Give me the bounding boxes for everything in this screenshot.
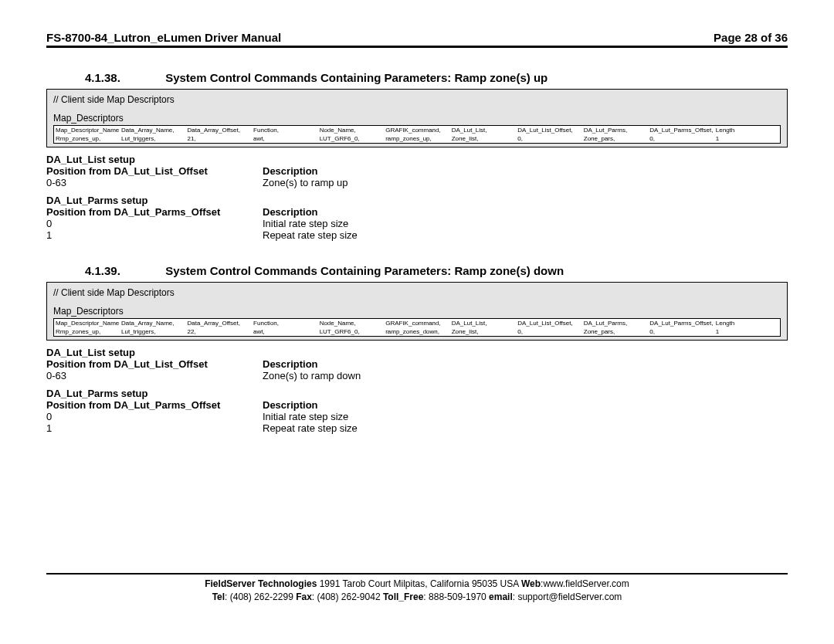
md-col: Data_Array_Offset, xyxy=(186,319,253,328)
md-col: Data_Array_Name, xyxy=(120,319,186,328)
section-number: 4.1.39. xyxy=(85,264,162,277)
md-col: DA_Lut_List, xyxy=(450,319,517,328)
md-cell: LUT_GRF6_0, xyxy=(318,327,385,337)
md-cell: 21, xyxy=(186,134,253,144)
footer-web-label: Web xyxy=(521,578,541,589)
footer-company: FieldServer Technologies xyxy=(205,578,317,589)
md-col: Map_Descriptor_Name, xyxy=(54,126,120,135)
md-col: DA_Lut_List_Offset, xyxy=(516,319,582,328)
md-col: Node_Name, xyxy=(318,319,385,328)
cell: Zone(s) to ramp down xyxy=(263,370,788,381)
setup-title: DA_Lut_Parms setup xyxy=(46,388,788,399)
cell: Repeat rate step size xyxy=(263,229,788,241)
md-cell: Zone_pars, xyxy=(582,327,649,337)
md-col: DA_Lut_List_Offset, xyxy=(516,126,582,135)
lut-list-setup-1: DA_Lut_List setup Position from DA_Lut_L… xyxy=(46,154,788,188)
md-cell: LUT_GRF6_0, xyxy=(318,134,385,144)
footer-tel: : (408) 262-2299 xyxy=(225,591,296,602)
footer-rule xyxy=(46,573,788,575)
md-cell: Zone_list, xyxy=(450,327,517,337)
md-col: DA_Lut_Parms, xyxy=(582,319,649,328)
cell: Initial rate step size xyxy=(263,218,788,229)
md-col: GRAFIK_command, xyxy=(384,126,450,135)
column-header: Position from DA_Lut_List_Offset xyxy=(46,165,263,177)
md-cell: 0, xyxy=(648,327,714,337)
lut-parms-setup-1: DA_Lut_Parms setup Position from DA_Lut_… xyxy=(46,195,788,241)
page-number: Page 28 of 36 xyxy=(714,31,788,44)
footer-address: 1991 Tarob Court Milpitas, California 95… xyxy=(317,578,521,589)
md-cell: Rmp_zones_up, xyxy=(54,327,120,337)
cell: 0 xyxy=(46,218,263,229)
cell: Initial rate step size xyxy=(263,411,788,422)
md-col: DA_Lut_Parms, xyxy=(582,126,649,135)
md-col: Data_Array_Offset, xyxy=(186,126,253,135)
md-col: Length xyxy=(714,319,781,328)
cell: Zone(s) to ramp up xyxy=(263,177,788,188)
md-cell: 1 xyxy=(714,327,781,337)
md-cell: 0, xyxy=(516,134,582,144)
column-header: Position from DA_Lut_Parms_Offset xyxy=(46,399,263,411)
column-header: Description xyxy=(263,399,788,411)
footer-fax-label: Fax xyxy=(296,591,312,602)
md-cell: Lut_triggers, xyxy=(120,327,186,337)
footer-web: :www.fieldServer.com xyxy=(541,578,629,589)
cell: 1 xyxy=(46,229,263,241)
md-cell: awt, xyxy=(252,327,318,337)
footer-tollfree: : 888-509-1970 xyxy=(423,591,489,602)
md-col: DA_Lut_Parms_Offset, xyxy=(648,126,714,135)
md-cell: awt, xyxy=(252,134,318,144)
md-cell: 0, xyxy=(516,327,582,337)
md-col: GRAFIK_command, xyxy=(384,319,450,328)
cell: 0-63 xyxy=(46,370,263,381)
lut-list-setup-2: DA_Lut_List setup Position from DA_Lut_L… xyxy=(46,347,788,381)
footer-email: : support@fieldServer.com xyxy=(513,591,622,602)
md-col: DA_Lut_Parms_Offset, xyxy=(648,319,714,328)
map-descriptor-table-1: Map_Descriptor_Name, Data_Array_Name, Da… xyxy=(53,125,781,144)
footer-tel-label: Tel xyxy=(212,591,225,602)
page-header: FS-8700-84_Lutron_eLumen Driver Manual P… xyxy=(46,31,788,48)
md-cell: ramp_zones_down, xyxy=(384,327,450,337)
md-cell: Lut_triggers, xyxy=(120,134,186,144)
section-number: 4.1.38. xyxy=(85,71,162,84)
setup-title: DA_Lut_List setup xyxy=(46,347,788,358)
column-header: Position from DA_Lut_Parms_Offset xyxy=(46,206,263,218)
map-descriptors-box-2: // Client side Map Descriptors Map_Descr… xyxy=(46,282,788,341)
setup-title: DA_Lut_List setup xyxy=(46,154,788,165)
setup-title: DA_Lut_Parms setup xyxy=(46,195,788,206)
md-col: Length xyxy=(714,126,781,135)
cell: Repeat rate step size xyxy=(263,422,788,434)
md-cell: ramp_zones_up, xyxy=(384,134,450,144)
footer-tollfree-label: Toll_Free xyxy=(383,591,423,602)
section-heading-4-1-39: 4.1.39. System Control Commands Containi… xyxy=(85,264,788,277)
box-subhead: Map_Descriptors xyxy=(53,113,781,124)
box-comment: // Client side Map Descriptors xyxy=(53,287,781,298)
cell: 1 xyxy=(46,422,263,434)
md-col: Data_Array_Name, xyxy=(120,126,186,135)
md-cell: 0, xyxy=(648,134,714,144)
footer-email-label: email xyxy=(489,591,513,602)
md-cell: 22, xyxy=(186,327,253,337)
md-col: DA_Lut_List, xyxy=(450,126,517,135)
cell: 0 xyxy=(46,411,263,422)
md-col: Node_Name, xyxy=(318,126,385,135)
column-header: Description xyxy=(263,358,788,370)
column-header: Description xyxy=(263,206,788,218)
map-descriptor-table-2: Map_Descriptor_Name, Data_Array_Name, Da… xyxy=(53,318,781,337)
section-heading-4-1-38: 4.1.38. System Control Commands Containi… xyxy=(85,71,788,84)
manual-title: FS-8700-84_Lutron_eLumen Driver Manual xyxy=(46,31,281,44)
map-descriptors-box-1: // Client side Map Descriptors Map_Descr… xyxy=(46,89,788,147)
md-col: Function, xyxy=(252,319,318,328)
box-subhead: Map_Descriptors xyxy=(53,306,781,317)
md-cell: Rmp_zones_up, xyxy=(54,134,120,144)
md-cell: Zone_pars, xyxy=(582,134,649,144)
section-title: System Control Commands Containing Param… xyxy=(165,71,548,84)
section-title: System Control Commands Containing Param… xyxy=(165,264,564,277)
column-header: Position from DA_Lut_List_Offset xyxy=(46,358,263,370)
page-footer: FieldServer Technologies 1991 Tarob Cour… xyxy=(46,578,788,604)
box-comment: // Client side Map Descriptors xyxy=(53,94,781,105)
md-cell: 1 xyxy=(714,134,781,144)
cell: 0-63 xyxy=(46,177,263,188)
md-col: Map_Descriptor_Name, xyxy=(54,319,120,328)
column-header: Description xyxy=(263,165,788,177)
md-col: Function, xyxy=(252,126,318,135)
